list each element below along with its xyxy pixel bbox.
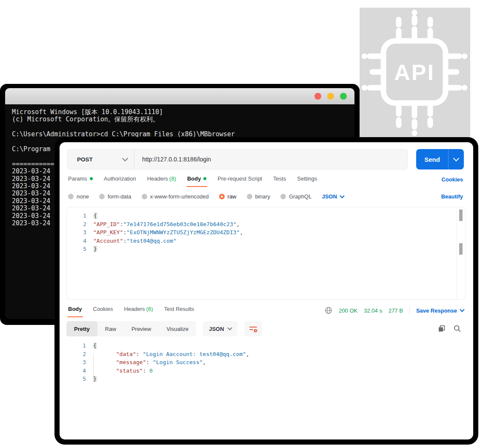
wrap-lines-button[interactable] xyxy=(244,321,262,336)
code-line: 2"APP_ID":"7e147176e1d756eb03c0e18e7b640… xyxy=(67,220,455,229)
radio-icon xyxy=(142,194,147,199)
line-number: 1 xyxy=(66,342,93,350)
tab-settings[interactable]: Settings xyxy=(297,175,317,187)
cookies-link[interactable]: Cookies xyxy=(441,176,463,183)
send-options-button[interactable] xyxy=(449,149,464,169)
tab-headers[interactable]: Headers (8) xyxy=(147,175,176,187)
api-client-window: POST http://127.0.0.1:8186/login Send Pa… xyxy=(54,137,478,445)
code-line: 3 "message": "Login Success", xyxy=(66,358,456,367)
chevron-down-icon xyxy=(122,155,128,161)
response-body-viewer[interactable]: 1{2 "data": "Login Aaccount: test04@qq.c… xyxy=(66,342,456,383)
response-tab-cookies[interactable]: Cookies xyxy=(93,306,113,317)
line-number: 5 xyxy=(66,375,93,383)
response-toolbar: PrettyRawPreviewVisualize JSON xyxy=(66,321,262,336)
view-raw[interactable]: Raw xyxy=(97,321,124,336)
view-visualize[interactable]: Visualize xyxy=(159,321,196,336)
response-meta: 200 OK 32.04 s 277 B Save Response xyxy=(325,307,464,314)
view-preview[interactable]: Preview xyxy=(124,321,159,336)
response-tabs: BodyCookiesHeaders (6)Test Results xyxy=(68,306,194,317)
request-body-code: 1{2"APP_ID":"7e147176e1d756eb03c0e18e7b6… xyxy=(67,212,455,253)
request-url-bar: POST http://127.0.0.1:8186/login xyxy=(67,149,408,169)
editor-scrollbar[interactable] xyxy=(457,207,465,299)
response-tab-test-results[interactable]: Test Results xyxy=(164,306,194,317)
code-line: 1{ xyxy=(67,212,455,220)
method-label: POST xyxy=(77,156,93,163)
save-response-label: Save Response xyxy=(416,307,457,314)
body-mode-none[interactable]: none xyxy=(68,193,89,200)
copy-icon xyxy=(437,325,446,333)
search-icon xyxy=(453,325,461,333)
save-response-button[interactable]: Save Response xyxy=(416,307,464,314)
chevron-down-icon xyxy=(460,307,464,312)
wrap-lines-icon xyxy=(249,325,257,333)
send-button[interactable]: Send xyxy=(416,149,464,169)
response-body-code: 1{2 "data": "Login Aaccount: test04@qq.c… xyxy=(66,342,456,383)
url-input[interactable]: http://127.0.0.1:8186/login xyxy=(134,156,211,163)
code-line: 4"Account":"test04@qq.com" xyxy=(67,237,455,245)
line-number: 3 xyxy=(67,228,93,237)
divider xyxy=(409,307,410,314)
code-line: 3"APP_KEY":"ExOTNjMWNWYzZTU5ZjYzMGEzZDU4… xyxy=(67,228,455,237)
body-mode-graphql[interactable]: GraphQL xyxy=(280,193,311,200)
api-chip-graphic: API xyxy=(360,8,470,138)
body-mode-x-www-form-urlencoded[interactable]: x-www-form-urlencoded xyxy=(142,193,209,200)
minimize-button[interactable] xyxy=(327,93,334,100)
send-label[interactable]: Send xyxy=(416,149,449,169)
chevron-down-icon xyxy=(453,155,459,161)
radio-icon xyxy=(219,194,225,199)
format-label: JSON xyxy=(209,326,224,332)
line-number: 3 xyxy=(66,358,93,367)
line-number: 2 xyxy=(66,350,93,359)
response-tab-body[interactable]: Body xyxy=(68,306,82,317)
terminal-titlebar[interactable] xyxy=(5,88,354,104)
search-response-button[interactable] xyxy=(453,325,461,333)
unsaved-changes-dot xyxy=(90,177,93,180)
chevron-down-icon xyxy=(228,325,232,330)
copy-response-button[interactable] xyxy=(437,325,446,333)
code-line: 4 "status": 0 xyxy=(66,367,456,375)
radio-icon xyxy=(280,194,286,199)
response-size: 277 B xyxy=(389,307,403,314)
active-tab-underline xyxy=(186,186,208,187)
close-button[interactable] xyxy=(314,93,321,100)
radio-icon xyxy=(99,194,105,199)
chevron-down-icon xyxy=(340,193,344,198)
code-line: 5} xyxy=(66,375,456,383)
scrollbar-thumb[interactable] xyxy=(459,210,463,221)
body-mode-options: noneform-datax-www-form-urlencodedrawbin… xyxy=(68,193,344,200)
line-number: 2 xyxy=(67,220,93,229)
tab-count-badge: (8) xyxy=(169,175,176,182)
tab-body[interactable]: Body xyxy=(187,175,207,187)
body-mode-form-data[interactable]: form-data xyxy=(99,193,131,200)
tab-params[interactable]: Params xyxy=(68,175,93,187)
line-number: 5 xyxy=(67,245,93,253)
tab-authorization[interactable]: Authorization xyxy=(104,175,136,187)
request-body-editor[interactable]: 1{2"APP_ID":"7e147176e1d756eb03c0e18e7b6… xyxy=(66,207,466,300)
body-mode-raw[interactable]: raw xyxy=(219,193,237,200)
line-number: 4 xyxy=(66,367,93,375)
body-mode-binary[interactable]: binary xyxy=(247,193,270,200)
body-type-select[interactable]: JSON xyxy=(322,193,343,200)
zoom-button[interactable] xyxy=(340,93,347,100)
tab-tests[interactable]: Tests xyxy=(273,175,286,187)
api-chip-icon: API xyxy=(360,8,470,138)
globe-icon xyxy=(325,307,332,314)
view-pretty[interactable]: Pretty xyxy=(66,321,97,336)
line-number: 1 xyxy=(67,212,93,220)
beautify-link[interactable]: Beautify xyxy=(441,193,463,200)
response-tab-headers[interactable]: Headers (6) xyxy=(124,306,153,317)
unsaved-changes-dot xyxy=(203,177,206,180)
response-time: 32.04 s xyxy=(364,307,382,314)
code-line: 1{ xyxy=(66,342,456,350)
tab-pre-request-script[interactable]: Pre-request Script xyxy=(217,175,262,187)
scrollbar-thumb[interactable] xyxy=(459,243,463,255)
radio-icon xyxy=(247,194,252,199)
code-line: 2 "data": "Login Aaccount: test04@qq.com… xyxy=(66,350,456,359)
response-view-switch: PrettyRawPreviewVisualize xyxy=(66,321,196,336)
method-select[interactable]: POST xyxy=(68,156,134,163)
line-number: 4 xyxy=(67,237,93,245)
request-tabs: ParamsAuthorizationHeaders (8)BodyPre-re… xyxy=(68,175,317,187)
tab-count-badge: (6) xyxy=(146,306,153,312)
response-format-select[interactable]: JSON xyxy=(203,321,237,336)
code-line: 5} xyxy=(67,245,455,253)
